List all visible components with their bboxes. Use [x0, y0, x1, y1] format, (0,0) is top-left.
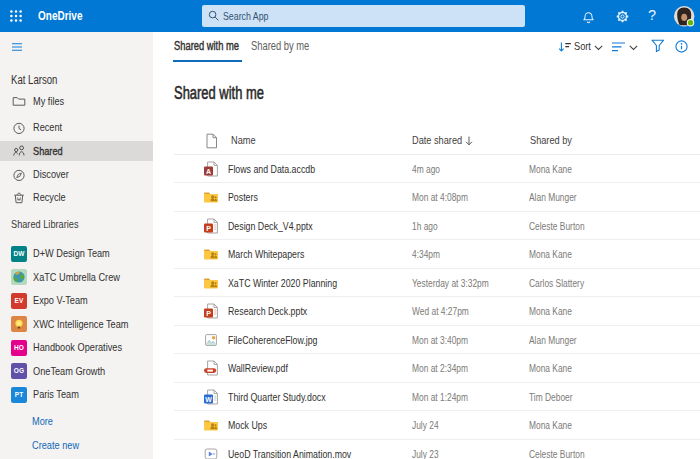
- svg-text:P: P: [206, 224, 211, 231]
- svg-text:A: A: [206, 167, 211, 174]
- svg-text:P: P: [206, 310, 211, 317]
- svg-text:W: W: [205, 395, 212, 402]
